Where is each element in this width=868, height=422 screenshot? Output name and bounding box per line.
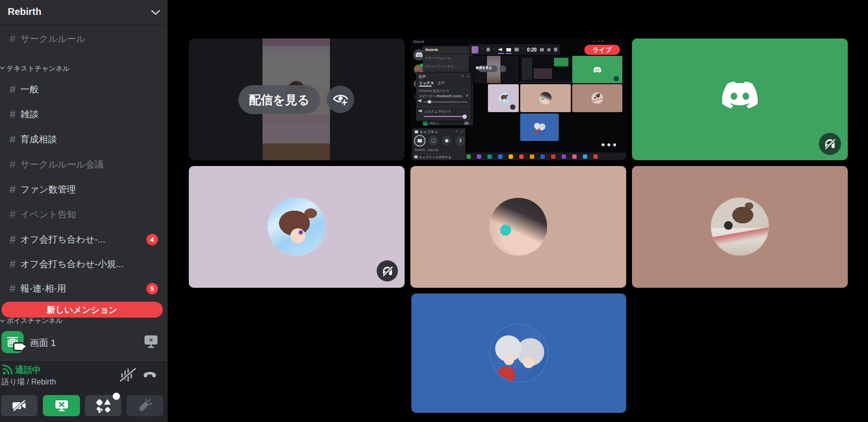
channel-item[interactable]: # 育成相談 [3,130,165,149]
call-stage: 配信を見る Discord —□× Rebirth [168,0,868,422]
taskbar-app-icon [551,154,555,159]
hash-icon: # [10,83,15,96]
mini-desktop-tile [520,56,571,83]
taskbar-app-icon [509,154,513,159]
deafened-icon [381,265,394,277]
channel-label: サークルルール [20,33,107,45]
watch-stream-button[interactable]: 配信を見る [238,85,320,114]
chevron-down-icon [0,66,5,69]
hash-icon: # [10,258,15,270]
avatar [489,198,547,256]
channel-item[interactable]: # サークルルール会議 [3,155,165,174]
channel-item[interactable]: # 雑談 [3,105,165,124]
camera-toggle-button[interactable] [1,395,38,416]
mini-blue-tile [520,114,559,141]
hash-icon: # [10,183,15,196]
widget-icon [547,48,550,51]
game-bar-avatar [472,46,478,53]
deafened-icon [824,138,836,150]
connection-panel: 通話中 語り場 / Rebirth [0,360,168,422]
mention-count-badge: 4 [146,234,158,245]
activities-button[interactable] [85,395,121,416]
deafened-badge [377,260,398,281]
soundboard-icon [138,399,152,412]
widget-icon [514,48,519,51]
channel-item[interactable]: # ファン数管理 [3,180,165,199]
capture-timer: 0:20 [527,47,537,52]
taskbar-app-icon [487,154,492,159]
voice-user-name[interactable]: 画面 1 [30,337,56,349]
participant-tile-discord[interactable] [632,38,848,160]
mini-lavender-tile [488,84,519,112]
channel-item[interactable]: # イベント告知 [3,205,165,224]
channel-label: サークルルール会議 [20,158,126,171]
stream-preview-tile[interactable]: 配信を見る [189,38,405,160]
taskbar-app-icon [540,154,545,159]
taskbar-app-icon [477,154,481,159]
screen-share-tile[interactable]: Discord —□× Rebirth ∨ # サークルルール テキストチャンネ… [410,38,626,160]
disconnect-call-button[interactable] [143,369,157,381]
channel-sidebar: Rebirth # サークルルール テキストチャンネル # 一般 # 雑談 # … [0,0,168,422]
taskbar-app-icon [519,154,524,159]
more-options-button[interactable] [602,140,616,148]
channel-label: オフ会打ち合わせ-小規... [20,258,145,270]
screen-share-stop-icon [55,400,68,411]
audio-widget-popup: 音声 ↗ × ミックス 音声 Windows 既定の出力 スピーカー (Real… [416,72,472,121]
taskbar-app-icon [572,154,577,159]
taskbar-app-icon [466,154,471,159]
noise-suppression-button[interactable] [119,367,137,383]
new-mentions-button[interactable]: 新しいメンション [1,302,163,318]
hash-icon: # [10,282,15,295]
channel-label: イベント告知 [20,208,98,221]
channel-item[interactable]: # サークルルール [3,29,165,49]
activities-shapes-icon [96,398,110,413]
shared-window-title: Discord [413,40,424,43]
preview-stream-button[interactable] [327,86,354,113]
taskbar-app-icon [583,154,587,159]
mention-count-badge: 5 [146,283,158,294]
participant-tile[interactable] [411,294,626,413]
channel-label: 育成相談 [20,133,79,146]
call-location[interactable]: 語り場 / Rebirth [1,377,56,387]
game-bar-toolbar: › ‹ › 0:20 [469,44,560,55]
widget-icon [487,48,490,51]
channel-label: 報-連-相-用 [20,282,88,295]
channel-item[interactable]: # オフ会打ち合わせ-小規... [3,255,165,274]
channel-label: ファン数管理 [20,183,98,196]
capture-widget-popup: キャプチャ ↗ × Rebirth - Discord キャプチャを表示する [412,128,466,160]
mini-tan-tile [520,84,571,112]
section-voice-channels[interactable]: ボイスチャンネル [7,317,63,325]
participant-tile[interactable] [410,166,626,288]
widget-icon [554,48,557,51]
hash-icon: # [10,133,15,146]
window-controls: —□× [592,39,605,43]
deafened-badge [819,133,841,155]
avatar [268,198,326,256]
chevron-down-icon [0,320,5,322]
camera-off-icon [12,400,26,411]
participant-tile[interactable] [632,166,848,288]
taskbar-app-icon [530,154,534,159]
server-header[interactable]: Rebirth [0,0,168,26]
mini-tan-tile [572,84,622,112]
hash-icon: # [10,33,15,45]
discord-logo-icon [717,82,763,117]
section-text-channels[interactable]: テキストチャンネル [7,64,70,73]
chevron-down-icon[interactable] [151,10,160,15]
server-name: Rebirth [8,6,41,17]
soundboard-button[interactable] [127,395,163,416]
participant-tile[interactable] [189,166,405,288]
channel-item[interactable]: # オフ会打ち合わせ-... 4 [3,230,165,249]
hash-icon: # [10,208,15,221]
channel-item[interactable]: # 一般 [3,80,165,99]
screen-share-button[interactable] [43,395,80,416]
mini-stream-tile: 配信を見る [469,56,519,83]
screen-share-user-icon[interactable]: 画 [1,331,24,353]
taskbar-app-icon [593,154,598,159]
channel-item[interactable]: # 報-連-相-用 5 [3,279,165,298]
mini-voice-row: 画面 1 [423,120,473,127]
notification-dot [113,393,120,400]
taskbar-app-icon [562,154,566,159]
taskbar-app-icon [498,154,502,159]
call-status[interactable]: 通話中 [15,364,41,376]
